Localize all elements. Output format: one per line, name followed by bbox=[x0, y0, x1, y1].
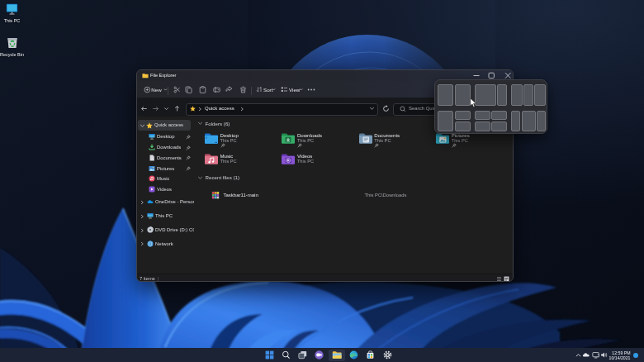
svg-text:10/14/2021: 10/14/2021 bbox=[609, 355, 631, 360]
svg-text:View: View bbox=[289, 87, 301, 93]
svg-text:Sort: Sort bbox=[263, 87, 273, 93]
